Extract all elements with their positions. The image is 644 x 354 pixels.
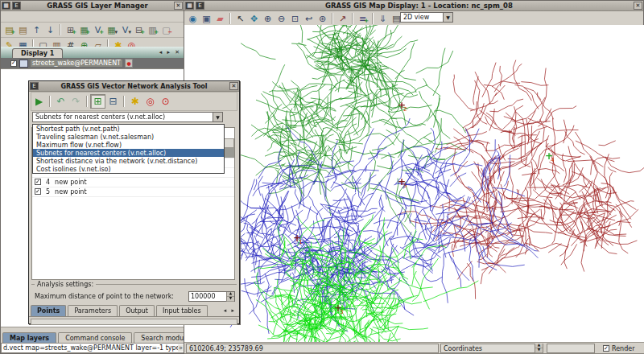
lm-tab[interactable]: Map layers xyxy=(2,332,56,344)
menu-item[interactable] xyxy=(30,16,38,18)
add-group-icon[interactable]: ⊟+ xyxy=(132,23,146,36)
display-tab[interactable]: Display 1 xyxy=(12,48,63,58)
command-prompt-text: d.vect map=streets_wake@PERMANENT layer=… xyxy=(2,344,178,352)
layer-extra-icon[interactable]: ● xyxy=(125,59,133,68)
dialog-tab[interactable]: Output xyxy=(119,305,155,316)
lm-tab[interactable]: Command console xyxy=(58,332,132,344)
dialog-tab[interactable]: Input tables xyxy=(156,305,208,316)
add-vector-misc-icon[interactable]: V▾ xyxy=(118,23,132,36)
method-option[interactable]: Shortest distance via the network (v.net… xyxy=(33,157,224,165)
pointer-icon[interactable]: ↖ xyxy=(233,12,247,25)
prompt-overflow-icon[interactable]: » xyxy=(178,344,184,352)
method-combo[interactable]: Subnets for nearest centers (v.net.alloc… xyxy=(32,112,223,122)
dialog-close-icon[interactable]: ✕ xyxy=(229,82,238,90)
layer-row[interactable]: ✓ streets_wake@PERMANENT ● xyxy=(1,58,184,68)
layer-label[interactable]: streets_wake@PERMANENT xyxy=(31,60,122,67)
zoom-extent-icon[interactable]: ⊡ xyxy=(288,12,302,25)
render-control[interactable]: ✓ Render xyxy=(603,345,634,352)
point-row[interactable]: ✓5new point xyxy=(32,187,234,197)
toolbar-separator xyxy=(352,13,353,24)
load-workspace-icon[interactable]: ↑ xyxy=(30,23,43,36)
menu-item[interactable] xyxy=(12,16,20,18)
rerender-icon[interactable]: ◉ xyxy=(186,12,200,25)
toolbar-separator xyxy=(123,96,125,107)
maxdist-spinbox[interactable]: 100000 ▲▼ xyxy=(188,291,235,302)
map-close-icon[interactable]: ✕ xyxy=(634,2,642,10)
method-option[interactable]: Cost isolines (v.net.iso) xyxy=(33,165,224,173)
center-marker-4: +4 xyxy=(545,151,553,161)
open-workspace-icon[interactable]: ▤ xyxy=(16,23,30,36)
map-canvas[interactable]: +1+2+3+4+5 xyxy=(184,25,644,342)
dialog-tabs: PointsParametersOutputInput tables xyxy=(29,304,239,317)
map-titlebar[interactable]: ▦ E GRASS GIS Map Display: 1 - Location:… xyxy=(184,1,643,11)
save-file-icon[interactable]: ⇓ xyxy=(376,12,390,25)
add-vector-layer-icon[interactable]: V+ xyxy=(91,23,105,36)
dialog-titlebar[interactable]: E GRASS GIS Vector Network Analysis Tool… xyxy=(29,81,239,92)
dialog-help-icon[interactable]: ◎ xyxy=(142,94,158,109)
pan-icon[interactable]: ✥ xyxy=(247,12,261,25)
add-raster-misc-icon[interactable]: ▦▾ xyxy=(105,23,118,36)
statusbar-mode-spinner[interactable]: ▲▼ xyxy=(535,344,543,353)
analyze-icon[interactable]: ↗ xyxy=(336,12,349,25)
render-checkbox[interactable]: ✓ xyxy=(603,345,609,352)
add-overlay-icon[interactable]: ≡+ xyxy=(356,12,369,25)
map-window-e-icon[interactable]: E xyxy=(196,2,204,10)
window-grid-icon[interactable]: ▦ xyxy=(2,2,10,10)
erase-display-icon[interactable]: ▰ xyxy=(213,12,227,25)
maxdist-spinner[interactable]: ▲▼ xyxy=(226,292,234,302)
dialog-tab[interactable]: Parameters xyxy=(68,305,118,316)
point-checkbox[interactable]: ✓ xyxy=(35,188,41,195)
zoom-back-icon[interactable]: ↩ xyxy=(302,12,316,25)
zoom-out-icon[interactable]: ⊖ xyxy=(275,12,288,25)
map-window-grid-icon[interactable]: ▦ xyxy=(185,2,194,10)
method-option[interactable]: Shortest path (v.net.path) xyxy=(33,125,224,133)
add-command-layer-icon[interactable]: ▥+ xyxy=(146,23,159,36)
zoom-in-icon[interactable]: ⊕ xyxy=(261,12,275,25)
point-checkbox[interactable]: ✓ xyxy=(35,179,41,185)
statusbar-mode-combo[interactable]: Coordinates ▲▼ xyxy=(440,344,543,353)
dialog-e-icon[interactable]: E xyxy=(30,82,39,90)
undo-icon[interactable]: ↶ xyxy=(53,94,68,109)
snap-to-node-icon[interactable]: ⊟ xyxy=(105,94,121,109)
method-option[interactable]: Maximum flow (v.net.flow) xyxy=(33,141,224,149)
lm-titlebar[interactable]: ▦ E GRASS GIS Layer Manager ✕ xyxy=(1,1,184,11)
new-workspace-icon[interactable]: ▤+ xyxy=(2,23,16,36)
run-analysis-icon[interactable]: ▶ xyxy=(31,94,47,109)
menu-item[interactable] xyxy=(56,16,64,18)
method-option[interactable]: Traveling salesman (v.net.salesman) xyxy=(33,133,224,141)
dialog-tab-arrows[interactable]: ◂ ▸ xyxy=(224,307,236,314)
view-mode-combo[interactable]: 2D view ▼ xyxy=(400,12,453,23)
add-raster-layer-icon[interactable]: ▦+ xyxy=(77,23,91,36)
window-e-icon[interactable]: E xyxy=(12,2,21,10)
zoom-region-icon[interactable]: ⊛ xyxy=(316,12,329,25)
menu-item[interactable] xyxy=(3,16,11,18)
method-dropdown-icon[interactable]: ▼ xyxy=(213,113,222,121)
dialog-tab[interactable]: Points xyxy=(31,305,66,316)
maxdist-label: Maximum distance of point to the network… xyxy=(35,293,188,300)
menu-item[interactable] xyxy=(47,16,56,18)
render-label: Render xyxy=(612,345,634,352)
lm-close-icon[interactable]: ✕ xyxy=(174,2,183,10)
add-multiple-layers-icon[interactable]: ⊞+ xyxy=(64,23,77,36)
toolbar-separator xyxy=(49,96,51,107)
view-mode-dropdown-icon[interactable]: ▼ xyxy=(443,13,452,22)
layer-checkbox[interactable]: ✓ xyxy=(10,60,17,67)
command-prompt[interactable]: d.vect map=streets_wake@PERMANENT layer=… xyxy=(1,343,184,353)
maxdist-value: 100000 xyxy=(189,293,226,300)
quit-icon[interactable]: ⊙ xyxy=(158,94,173,109)
toolbar-separator xyxy=(372,13,374,24)
menu-item[interactable] xyxy=(39,16,47,18)
redo-icon[interactable]: ↷ xyxy=(68,94,84,109)
save-display-icon[interactable]: ▣ xyxy=(200,12,213,25)
tab-scroll-arrows[interactable]: ◂ ▸ ✕ xyxy=(159,49,181,56)
menu-item[interactable] xyxy=(65,16,73,18)
insert-point-icon[interactable]: ⊞ xyxy=(90,94,105,109)
view-mode-value: 2D view xyxy=(401,14,443,21)
vector-map-icon xyxy=(19,60,28,68)
lm-toolbar-1: ▤+▤↑↓⊞+▦+V+▦▾V▾⊟+▥+▢− xyxy=(1,23,184,38)
menu-item[interactable] xyxy=(21,16,29,18)
method-option[interactable]: Subnets for nearest centers (v.net.alloc… xyxy=(33,149,224,157)
analysis-settings-icon[interactable]: ✱ xyxy=(127,94,142,109)
delete-layer-icon[interactable]: ▢− xyxy=(159,23,173,36)
save-workspace-icon[interactable]: ↓ xyxy=(43,23,57,36)
